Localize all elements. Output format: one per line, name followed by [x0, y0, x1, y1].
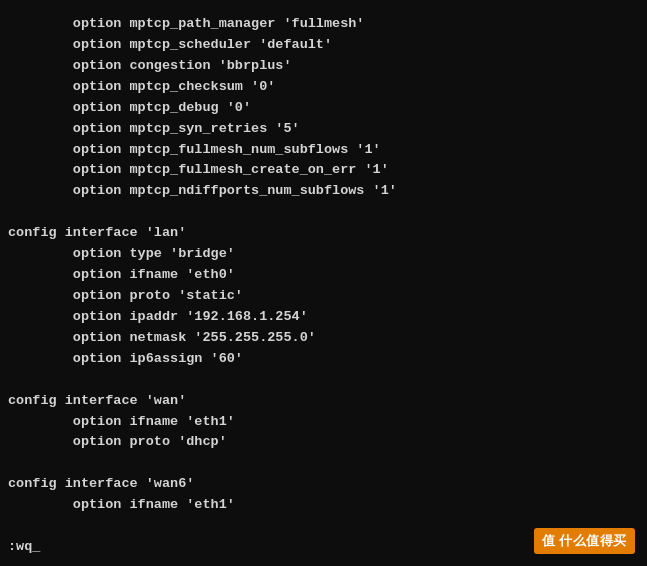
terminal-line: option ifname 'eth0' [8, 265, 639, 286]
terminal-line: option ifname 'eth1' [8, 495, 639, 516]
terminal-line: option mptcp_syn_retries '5' [8, 119, 639, 140]
terminal-line [8, 370, 639, 391]
terminal-line: config interface 'wan' [8, 391, 639, 412]
terminal-line: option mptcp_path_manager 'fullmesh' [8, 14, 639, 35]
terminal-content: option mptcp_path_manager 'fullmesh' opt… [0, 10, 647, 562]
terminal-line: option mptcp_fullmesh_num_subflows '1' [8, 140, 639, 161]
terminal-line [8, 453, 639, 474]
terminal-line [8, 202, 639, 223]
terminal-line: option mptcp_scheduler 'default' [8, 35, 639, 56]
terminal-line: option mptcp_ndiffports_num_subflows '1' [8, 181, 639, 202]
terminal-line: option mptcp_fullmesh_create_on_err '1' [8, 160, 639, 181]
terminal-window: option mptcp_path_manager 'fullmesh' opt… [0, 0, 647, 566]
watermark-badge: 值 什么值得买 [534, 528, 635, 554]
terminal-line: option type 'bridge' [8, 244, 639, 265]
terminal-line: option proto 'dhcp' [8, 432, 639, 453]
terminal-line: config interface 'lan' [8, 223, 639, 244]
terminal-line: option netmask '255.255.255.0' [8, 328, 639, 349]
terminal-line: option proto 'static' [8, 286, 639, 307]
terminal-line: option mptcp_checksum '0' [8, 77, 639, 98]
terminal-line: option mptcp_debug '0' [8, 98, 639, 119]
terminal-line: option ifname 'eth1' [8, 412, 639, 433]
terminal-line: config interface 'wan6' [8, 474, 639, 495]
terminal-line: option ip6assign '60' [8, 349, 639, 370]
terminal-line: option ipaddr '192.168.1.254' [8, 307, 639, 328]
terminal-line: option congestion 'bbrplus' [8, 56, 639, 77]
